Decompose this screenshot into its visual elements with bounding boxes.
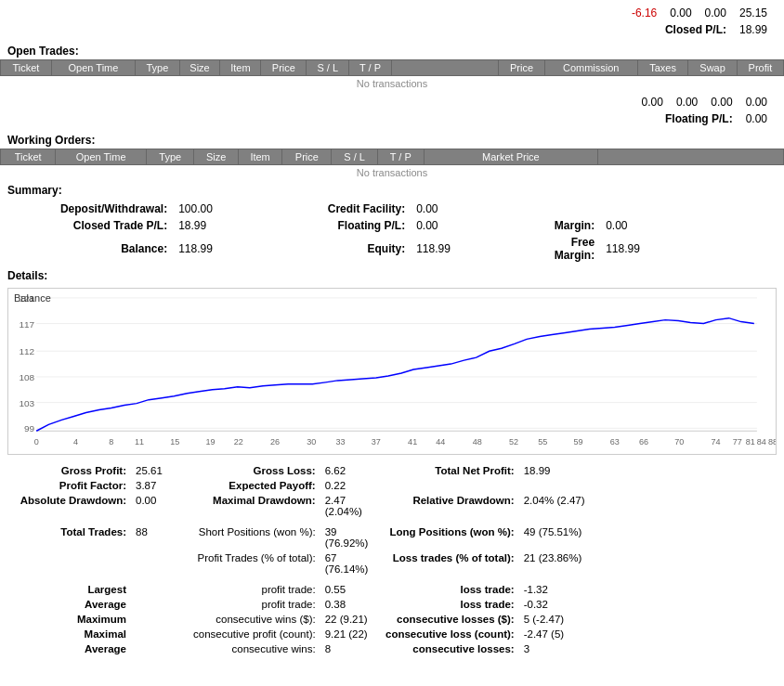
equity-value: 118.99 xyxy=(411,234,486,264)
deposit-value: 100.00 xyxy=(173,201,259,217)
summary-title: Summary: xyxy=(0,180,784,199)
col-tp: T / P xyxy=(348,60,391,76)
svg-text:0: 0 xyxy=(34,437,39,447)
svg-text:48: 48 xyxy=(473,437,482,447)
average-loss-value: -0.32 xyxy=(520,598,775,611)
max-drawdown-label: Maximal Drawdown: xyxy=(189,494,320,518)
open-trades-table: Ticket Open Time Type Size Item Price S … xyxy=(0,59,784,91)
abs-drawdown-value: 0.00 xyxy=(132,494,188,518)
svg-text:26: 26 xyxy=(270,437,280,447)
avg-consec-wins-desc: consecutive wins: xyxy=(189,642,320,655)
largest-loss-desc: loss trade: xyxy=(379,583,518,596)
col-swap: Swap xyxy=(688,60,738,76)
float-v3: 0.00 xyxy=(705,95,738,110)
profit-trades-value: 67 (76.14%) xyxy=(321,551,377,576)
svg-text:99: 99 xyxy=(24,423,35,434)
average-loss-desc: loss trade: xyxy=(379,598,518,611)
maximal-consec-loss-value: -2.47 (5) xyxy=(520,628,775,641)
svg-text:11: 11 xyxy=(135,437,144,447)
max-consec-losses-value: 5 (-2.47) xyxy=(520,613,775,626)
wo-col-market-price: Market Price xyxy=(424,149,597,165)
summary-table: Deposit/Withdrawal: 100.00 Credit Facili… xyxy=(0,201,784,264)
margin-value: 0.00 xyxy=(600,217,708,234)
largest-label: Largest xyxy=(9,583,130,596)
svg-text:4: 4 xyxy=(73,437,78,447)
col-price: Price xyxy=(261,60,307,76)
top-v4: 25.15 xyxy=(734,6,773,20)
free-margin-label: Free Margin: xyxy=(541,234,600,264)
max-consec-wins-value: 22 (9.21) xyxy=(321,613,377,626)
svg-text:66: 66 xyxy=(639,437,648,447)
expected-payoff-value: 0.22 xyxy=(321,479,377,492)
avg-consec-losses-value: 3 xyxy=(520,642,775,655)
col-type: Type xyxy=(136,60,179,76)
equity-label: Equity: xyxy=(259,234,411,264)
largest-profit-value: 0.55 xyxy=(321,583,377,596)
svg-text:88: 88 xyxy=(768,437,776,447)
average-label: Average xyxy=(9,598,130,611)
chart-label: Balance xyxy=(14,292,51,304)
svg-text:41: 41 xyxy=(408,437,417,447)
working-orders-no-transactions: No transactions xyxy=(1,165,784,181)
svg-text:44: 44 xyxy=(436,437,445,447)
summary-floating-pl-label: Floating P/L: xyxy=(259,217,411,234)
svg-text:108: 108 xyxy=(19,372,34,382)
stats-grid-table: Gross Profit: 25.61 Gross Loss: 6.62 Tot… xyxy=(7,462,777,657)
short-pos-label: Short Positions (won %): xyxy=(189,525,320,550)
float-v4: 0.00 xyxy=(740,95,773,110)
svg-text:59: 59 xyxy=(573,437,582,447)
summary-floating-pl-value: 0.00 xyxy=(411,217,486,234)
total-trades-label: Total Trades: xyxy=(9,525,130,550)
max-consec-losses-desc: consecutive losses ($): xyxy=(379,613,518,626)
largest-profit-desc: profit trade: xyxy=(189,583,320,596)
wo-col-tp: T / P xyxy=(377,149,424,165)
svg-text:77: 77 xyxy=(733,437,742,447)
svg-text:81: 81 xyxy=(746,437,755,447)
loss-trades-value: 21 (23.86%) xyxy=(520,551,775,576)
short-pos-value: 39 (76.92%) xyxy=(321,525,377,550)
closed-trade-label: Closed Trade P/L: xyxy=(0,217,173,234)
col-open-time: Open Time xyxy=(51,60,136,76)
rel-drawdown-label: Relative Drawdown: xyxy=(379,494,518,518)
svg-text:22: 22 xyxy=(234,437,243,447)
profit-trades-label: Profit Trades (% of total): xyxy=(189,551,320,576)
gross-loss-value: 6.62 xyxy=(321,464,377,477)
closed-pl-label: Closed P/L: xyxy=(626,22,732,37)
svg-text:37: 37 xyxy=(372,437,381,447)
maximal-consec-loss-desc: consecutive loss (count): xyxy=(379,628,518,641)
floating-pl-value: 0.00 xyxy=(740,111,773,126)
floating-pl-table: 0.00 0.00 0.00 0.00 Floating P/L: 0.00 xyxy=(634,93,775,128)
balance-value: 118.99 xyxy=(173,234,259,264)
total-net-profit-value: 18.99 xyxy=(520,464,775,477)
maximal-label: Maximal xyxy=(9,628,130,641)
gross-profit-value: 25.61 xyxy=(132,464,188,477)
top-summary: -6.16 0.00 0.00 25.15 Closed P/L: 18.99 xyxy=(0,0,784,41)
chart-container: Balance 121 117 112 108 103 99 0 4 8 11 … xyxy=(7,288,777,455)
svg-text:117: 117 xyxy=(19,319,34,330)
loss-trades-label: Loss trades (% of total): xyxy=(379,551,518,576)
wo-col-type: Type xyxy=(147,149,194,165)
gross-loss-label: Gross Loss: xyxy=(189,464,320,477)
top-v3: 0.00 xyxy=(699,6,732,20)
top-v2: 0.00 xyxy=(664,6,697,20)
average2-label: Average xyxy=(9,642,130,655)
total-trades-value: 88 xyxy=(132,525,188,550)
float-v1: 0.00 xyxy=(636,95,669,110)
max-drawdown-value: 2.47 (2.04%) xyxy=(321,494,377,518)
col-price3: Price xyxy=(499,60,544,76)
average-profit-value: 0.38 xyxy=(321,598,377,611)
details-title: Details: xyxy=(0,265,784,284)
svg-text:33: 33 xyxy=(336,437,346,447)
closed-pl-value: 18.99 xyxy=(734,22,773,37)
wo-col-empty xyxy=(598,149,784,165)
open-trades-no-transactions: No transactions xyxy=(1,76,784,92)
expected-payoff-label: Expected Payoff: xyxy=(189,479,320,492)
col-size: Size xyxy=(179,60,220,76)
svg-text:15: 15 xyxy=(170,437,179,447)
floating-pl-row: 0.00 0.00 0.00 0.00 Floating P/L: 0.00 xyxy=(0,91,784,130)
rel-drawdown-value: 2.04% (2.47) xyxy=(520,494,775,518)
profit-factor-label: Profit Factor: xyxy=(9,479,130,492)
avg-consec-wins-value: 8 xyxy=(321,642,377,655)
svg-text:19: 19 xyxy=(206,437,216,447)
long-pos-label: Long Positions (won %): xyxy=(379,525,518,550)
